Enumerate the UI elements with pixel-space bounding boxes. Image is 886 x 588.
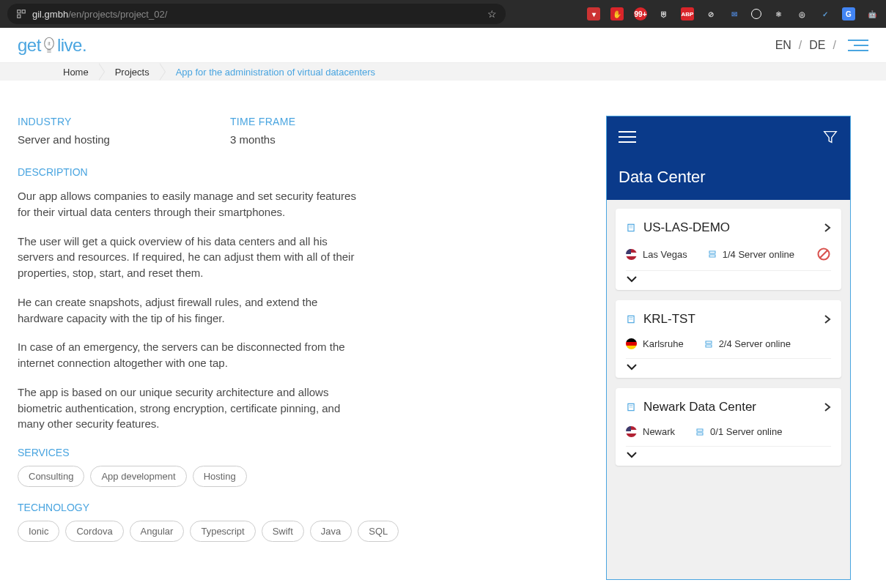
site-settings-icon[interactable] (16, 9, 26, 19)
server-status: 2/4 Server online (719, 338, 831, 349)
technology-pill[interactable]: Java (310, 521, 352, 542)
industry-label: INDUSTRY (18, 116, 201, 127)
building-icon (626, 314, 636, 324)
datacenter-card[interactable]: US-LAS-DEMO Las Vegas 1/4 Server online (616, 209, 841, 290)
menu-button[interactable] (848, 40, 868, 51)
ext-translate-icon[interactable]: G (842, 7, 855, 21)
industry-value: Server and hosting (18, 133, 201, 146)
datacenter-name: KRL-TST (643, 312, 816, 327)
svg-rect-27 (697, 433, 703, 435)
service-pill[interactable]: Consulting (18, 466, 84, 487)
lang-sep: / (799, 39, 802, 52)
technology-pill[interactable]: SQL (358, 521, 399, 542)
ext-hand-icon[interactable]: ✋ (610, 7, 624, 21)
technology-pill[interactable]: Swift (262, 521, 304, 542)
logo-text-live: live. (57, 35, 86, 56)
site-logo[interactable]: get it live. (18, 34, 86, 56)
url-text: gil.gmbh/en/projects/project_02/ (32, 9, 167, 20)
warning-icon (816, 247, 831, 261)
technology-label: TECHNOLOGY (18, 502, 457, 513)
technology-pill[interactable]: Ionic (18, 521, 59, 542)
building-icon (626, 223, 636, 233)
ext-script-icon[interactable]: ⛨ (657, 7, 671, 21)
datacenter-card[interactable]: Newark Data Center Newark 0/1 Server onl… (616, 388, 841, 466)
bulb-icon: it (43, 34, 56, 56)
datacenter-card[interactable]: KRL-TST Karlsruhe 2/4 Server online (616, 300, 841, 378)
svg-line-13 (820, 250, 827, 258)
server-icon (695, 427, 704, 437)
breadcrumb: Home Projects App for the administration… (0, 63, 886, 81)
datacenter-name: US-LAS-DEMO (643, 220, 816, 235)
services-pills: ConsultingApp developmentHosting (18, 466, 457, 487)
filter-icon[interactable] (822, 129, 838, 145)
ext-target-icon[interactable]: ◎ (795, 7, 808, 21)
ext-check-icon[interactable]: ✓ (819, 7, 832, 21)
ext-badge-icon[interactable]: 99+ (634, 7, 647, 21)
service-pill[interactable]: Hosting (193, 466, 247, 487)
site-header: get it live. EN / DE / (0, 28, 886, 63)
svg-rect-21 (628, 403, 634, 410)
timeframe-value: 3 months (230, 133, 295, 146)
ext-abp-icon[interactable]: ABP (681, 7, 694, 21)
browser-chrome: gil.gmbh/en/projects/project_02/ ☆ ▾ ✋ 9… (0, 0, 886, 28)
chevron-right-icon (160, 63, 166, 81)
ext-shield-icon[interactable]: ▾ (587, 7, 600, 21)
svg-rect-19 (706, 341, 712, 343)
ext-robot-icon[interactable]: 🤖 (865, 7, 879, 21)
bookmark-star-icon[interactable]: ☆ (487, 8, 497, 20)
svg-rect-0 (18, 10, 21, 13)
timeframe-label: TIME FRAME (230, 116, 295, 127)
svg-rect-10 (709, 251, 715, 253)
ext-noscript-icon[interactable]: ⊘ (704, 7, 717, 21)
chevron-right-icon (99, 63, 105, 81)
server-icon (704, 339, 713, 349)
lang-en[interactable]: EN (775, 39, 791, 52)
app-menu-icon[interactable] (619, 131, 636, 143)
technology-pill[interactable]: Typescript (190, 521, 255, 542)
phone-mockup: Data Center US-LAS-DEMO Las Vegas 1/4 Se… (606, 116, 851, 580)
extension-icons: ▾ ✋ 99+ ⛨ ABP ⊘ ✉ ⚛ ◎ ✓ G 🤖 (587, 7, 879, 21)
server-icon (708, 249, 717, 259)
description-body: Our app allows companies to easily manag… (18, 188, 366, 432)
flag-icon (626, 426, 637, 437)
logo-text-get: get (18, 35, 41, 56)
svg-rect-11 (709, 255, 715, 257)
breadcrumb-projects[interactable]: Projects (105, 67, 160, 78)
datacenter-location: Karlsruhe (643, 338, 684, 349)
language-nav: EN / DE / (775, 39, 836, 52)
server-status: 1/4 Server online (723, 249, 811, 260)
datacenter-location: Newark (643, 426, 675, 437)
datacenter-location: Las Vegas (643, 249, 687, 260)
svg-rect-5 (628, 224, 634, 231)
svg-rect-2 (18, 15, 21, 18)
ext-react-icon[interactable]: ⚛ (772, 7, 785, 21)
service-pill[interactable]: App development (90, 466, 186, 487)
expand-chevron-down-icon[interactable] (626, 447, 831, 460)
flag-icon (626, 249, 637, 260)
flag-icon (626, 338, 637, 349)
ext-circle-icon[interactable] (751, 9, 761, 19)
chevron-right-icon[interactable] (824, 223, 831, 233)
chevron-right-icon[interactable] (824, 314, 831, 324)
ext-mail-icon[interactable]: ✉ (728, 7, 741, 21)
svg-rect-1 (22, 10, 25, 13)
technology-pills: IonicCordovaAngularTypescriptSwiftJavaSQ… (18, 521, 457, 542)
url-bar[interactable]: gil.gmbh/en/projects/project_02/ ☆ (7, 4, 506, 24)
building-icon (626, 402, 636, 412)
technology-pill[interactable]: Angular (130, 521, 185, 542)
server-status: 0/1 Server online (710, 426, 831, 437)
svg-rect-26 (697, 429, 703, 431)
technology-pill[interactable]: Cordova (65, 521, 123, 542)
chevron-right-icon[interactable] (824, 402, 831, 412)
svg-rect-14 (628, 316, 634, 322)
breadcrumb-current: App for the administration of virtual da… (166, 67, 385, 78)
expand-chevron-down-icon[interactable] (626, 359, 831, 372)
breadcrumb-home[interactable]: Home (53, 67, 99, 78)
expand-chevron-down-icon[interactable] (626, 271, 831, 284)
datacenter-name: Newark Data Center (643, 400, 816, 414)
lang-de[interactable]: DE (809, 39, 825, 52)
description-label: DESCRIPTION (18, 166, 457, 178)
svg-rect-20 (706, 345, 712, 347)
svg-text:it: it (48, 40, 51, 47)
services-label: SERVICES (18, 447, 457, 458)
